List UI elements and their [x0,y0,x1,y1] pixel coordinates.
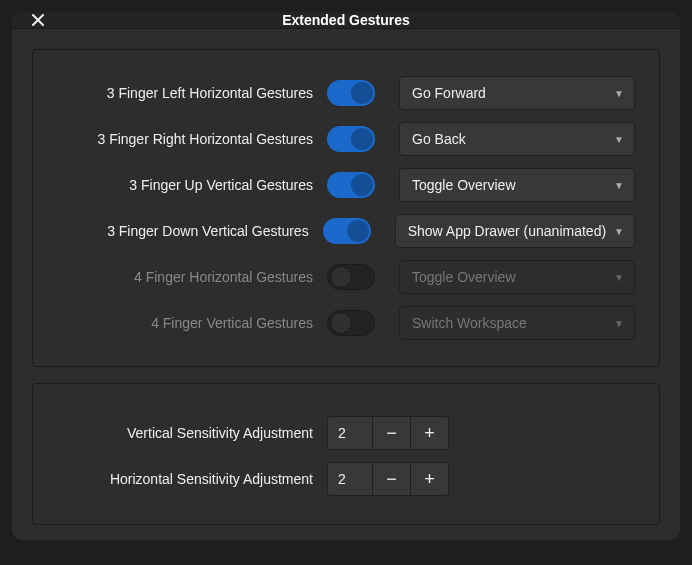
gesture-label: 4 Finger Vertical Gestures [57,315,327,331]
vertical-sensitivity-stepper: 2 − + [327,416,449,450]
gesture-toggle-4-horizontal[interactable] [327,264,375,290]
close-icon [32,14,44,26]
gesture-label: 3 Finger Up Vertical Gestures [57,177,327,193]
vertical-sensitivity-value[interactable]: 2 [327,416,373,450]
chevron-down-icon: ▼ [614,318,624,329]
toggle-knob [330,266,352,288]
close-button[interactable] [28,12,48,30]
gesture-row-3-right: 3 Finger Right Horizontal Gestures Go Ba… [57,122,635,156]
chevron-down-icon: ▼ [614,226,624,237]
gesture-row-4-horizontal: 4 Finger Horizontal Gestures Toggle Over… [57,260,635,294]
gesture-action-dropdown-3-down[interactable]: Show App Drawer (unanimated) ▼ [395,214,635,248]
vertical-sensitivity-label: Vertical Sensitivity Adjustment [57,425,327,441]
horizontal-sensitivity-label: Horizontal Sensitivity Adjustment [57,471,327,487]
toggle-knob [351,128,373,150]
gesture-toggle-4-vertical[interactable] [327,310,375,336]
gesture-toggle-3-up[interactable] [327,172,375,198]
toggle-knob [330,312,352,334]
settings-window: Extended Gestures 3 Finger Left Horizont… [12,12,680,540]
gesture-label: 3 Finger Right Horizontal Gestures [57,131,327,147]
vertical-sensitivity-increment[interactable]: + [411,416,449,450]
toggle-knob [347,220,369,242]
gesture-row-3-left: 3 Finger Left Horizontal Gestures Go For… [57,76,635,110]
dropdown-value: Switch Workspace [412,315,527,331]
dropdown-value: Go Forward [412,85,486,101]
dropdown-value: Show App Drawer (unanimated) [408,223,606,239]
gesture-action-dropdown-3-up[interactable]: Toggle Overview ▼ [399,168,635,202]
toggle-knob [351,174,373,196]
chevron-down-icon: ▼ [614,88,624,99]
vertical-sensitivity-decrement[interactable]: − [373,416,411,450]
gesture-toggle-3-down[interactable] [323,218,371,244]
gestures-panel: 3 Finger Left Horizontal Gestures Go For… [32,49,660,367]
vertical-sensitivity-row: Vertical Sensitivity Adjustment 2 − + [57,416,635,450]
titlebar: Extended Gestures [12,12,680,29]
horizontal-sensitivity-stepper: 2 − + [327,462,449,496]
gesture-toggle-3-right[interactable] [327,126,375,152]
horizontal-sensitivity-value[interactable]: 2 [327,462,373,496]
gesture-row-4-vertical: 4 Finger Vertical Gestures Switch Worksp… [57,306,635,340]
dropdown-value: Toggle Overview [412,177,516,193]
gesture-toggle-3-left[interactable] [327,80,375,106]
gesture-action-dropdown-3-right[interactable]: Go Back ▼ [399,122,635,156]
chevron-down-icon: ▼ [614,134,624,145]
dropdown-value: Go Back [412,131,466,147]
sensitivity-panel: Vertical Sensitivity Adjustment 2 − + Ho… [32,383,660,525]
gesture-label: 3 Finger Left Horizontal Gestures [57,85,327,101]
gesture-row-3-down: 3 Finger Down Vertical Gestures Show App… [57,214,635,248]
chevron-down-icon: ▼ [614,272,624,283]
horizontal-sensitivity-row: Horizontal Sensitivity Adjustment 2 − + [57,462,635,496]
toggle-knob [351,82,373,104]
gesture-row-3-up: 3 Finger Up Vertical Gestures Toggle Ove… [57,168,635,202]
horizontal-sensitivity-increment[interactable]: + [411,462,449,496]
gesture-action-dropdown-3-left[interactable]: Go Forward ▼ [399,76,635,110]
gesture-label: 4 Finger Horizontal Gestures [57,269,327,285]
content-area: 3 Finger Left Horizontal Gestures Go For… [12,29,680,540]
gesture-label: 3 Finger Down Vertical Gestures [57,223,323,239]
window-title: Extended Gestures [282,12,410,28]
dropdown-value: Toggle Overview [412,269,516,285]
gesture-action-dropdown-4-horizontal: Toggle Overview ▼ [399,260,635,294]
chevron-down-icon: ▼ [614,180,624,191]
gesture-action-dropdown-4-vertical: Switch Workspace ▼ [399,306,635,340]
horizontal-sensitivity-decrement[interactable]: − [373,462,411,496]
